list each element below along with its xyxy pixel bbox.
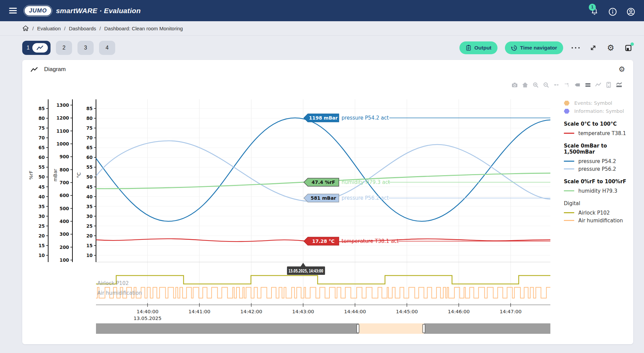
- svg-text:400: 400: [60, 219, 69, 224]
- chart-legend: Events: SymbolInformation: SymbolScale 0…: [564, 99, 633, 224]
- value-badge: 47.4 %rFhumidity H79.3 act: [304, 178, 390, 186]
- legend-series-color-line: [564, 220, 574, 221]
- home-icon[interactable]: [22, 25, 29, 32]
- tab-4[interactable]: 4: [99, 41, 115, 55]
- breadcrumb: / Evaluation / Dashboards / Dashboard: C…: [0, 21, 644, 36]
- breadcrumb-current-dashboard: Dashboard: Clean room Monitoring: [104, 26, 183, 31]
- legend-symbol-row: Information: Symbol: [564, 107, 633, 115]
- range-handle-left[interactable]: [357, 324, 359, 333]
- svg-text:80: 80: [86, 116, 93, 121]
- diagram-card: Diagram ⚙ 101520253035404550556065707580…: [22, 60, 633, 344]
- legend-series-color-line: [564, 161, 574, 162]
- legend-series-item[interactable]: Air humidification: [564, 217, 633, 224]
- legend-series-item[interactable]: temperature T38.1: [564, 129, 633, 137]
- svg-text:%rF: %rF: [28, 170, 34, 180]
- output-button-label: Output: [474, 45, 491, 51]
- svg-text:1300: 1300: [56, 102, 69, 108]
- svg-text:65: 65: [38, 145, 45, 150]
- range-handle-right[interactable]: [423, 324, 425, 333]
- legend-series-item[interactable]: humidity H79.3: [564, 187, 633, 195]
- menu-icon[interactable]: [9, 6, 17, 15]
- series-pressure-p54: [96, 118, 550, 221]
- breadcrumb-dashboards[interactable]: Dashboards: [69, 26, 96, 31]
- legend-series-item[interactable]: pressure P54.2: [564, 157, 633, 165]
- svg-text:pressure P56.2 act: pressure P56.2 act: [342, 195, 389, 201]
- notifications-bell-icon[interactable]: 1: [589, 5, 600, 17]
- clipboard-icon: [465, 44, 472, 51]
- svg-text:1200: 1200: [56, 115, 69, 121]
- svg-text:humidity H79.3 act: humidity H79.3 act: [342, 179, 390, 185]
- history-clock-icon: [511, 45, 517, 51]
- chart-y-axes: 10152025303540455055606570758085%rF10020…: [28, 99, 96, 263]
- svg-text:70: 70: [86, 135, 93, 140]
- svg-text:15: 15: [38, 243, 45, 248]
- dashboard-toolbar: 1 2 3 4 Output: [0, 36, 644, 60]
- legend-series-item[interactable]: Airlock P102: [564, 209, 633, 217]
- svg-text:65: 65: [86, 145, 93, 150]
- more-options-kebab-icon[interactable]: [571, 43, 581, 53]
- svg-text:55: 55: [38, 164, 45, 170]
- tab-3[interactable]: 3: [77, 41, 94, 55]
- time-navigator-button[interactable]: Time navigator: [505, 41, 563, 54]
- svg-text:17.28 °C: 17.28 °C: [312, 238, 334, 244]
- legend-series-label: pressure P56.2: [578, 166, 616, 172]
- tab-1-active[interactable]: 1: [22, 41, 51, 55]
- svg-text:50: 50: [86, 174, 93, 180]
- legend-group-title: Digital: [564, 200, 633, 206]
- svg-text:25: 25: [86, 223, 93, 229]
- user-account-icon[interactable]: [626, 5, 636, 17]
- cursor-value-badges: 1198 mBarpressure P54.2 act47.4 %rFhumid…: [304, 114, 550, 245]
- dashboard-tabs: 1 2 3 4: [22, 41, 115, 55]
- fullscreen-expand-icon[interactable]: [588, 43, 598, 53]
- svg-text:50: 50: [38, 174, 45, 180]
- tab-1-chart-badge: [32, 43, 48, 53]
- svg-text:14:40:00: 14:40:00: [136, 309, 158, 314]
- time-range-selector[interactable]: [96, 323, 550, 334]
- line-chart-icon: [36, 45, 43, 51]
- notification-count-badge: 1: [589, 4, 596, 11]
- svg-text:45: 45: [86, 184, 93, 190]
- value-badge: 581 mBarpressure P56.2 act: [304, 194, 389, 202]
- svg-text:100: 100: [60, 257, 69, 263]
- dashboard-save-icon[interactable]: [623, 43, 633, 53]
- svg-text:45: 45: [38, 184, 45, 190]
- range-track[interactable]: [96, 323, 550, 334]
- svg-text:40: 40: [38, 194, 45, 199]
- legend-group-title: Scale 0%rF to 100%rF: [564, 179, 633, 185]
- legend-series-color-line: [564, 212, 574, 213]
- output-button[interactable]: Output: [459, 41, 497, 54]
- breadcrumb-evaluation[interactable]: Evaluation: [37, 26, 61, 31]
- svg-text:14:42:00: 14:42:00: [240, 309, 262, 314]
- svg-text:80: 80: [38, 116, 45, 121]
- svg-text:temperature T38.1 act: temperature T38.1 act: [342, 238, 399, 244]
- svg-text:500: 500: [60, 206, 69, 211]
- info-icon[interactable]: [608, 5, 618, 17]
- person-icon: [626, 7, 636, 17]
- breadcrumb-separator: /: [64, 26, 65, 31]
- tab-2[interactable]: 2: [56, 41, 72, 55]
- svg-text:75: 75: [38, 125, 45, 131]
- svg-text:15: 15: [86, 243, 93, 248]
- range-selected-window[interactable]: [359, 323, 424, 334]
- svg-text:10: 10: [86, 253, 93, 258]
- legend-series-label: Air humidification: [578, 218, 623, 224]
- svg-text:700: 700: [60, 180, 69, 185]
- app-title: smartWARE · Evaluation: [56, 7, 141, 15]
- diagram-chart[interactable]: 10152025303540455055606570758085%rF10020…: [22, 60, 633, 344]
- svg-text:35: 35: [86, 204, 93, 209]
- legend-series-color-line: [564, 168, 574, 169]
- legend-series-item[interactable]: pressure P56.2: [564, 165, 633, 173]
- svg-text:14:46:00: 14:46:00: [448, 309, 470, 314]
- svg-text:1100: 1100: [56, 128, 69, 134]
- svg-text:85: 85: [86, 106, 93, 111]
- svg-text:600: 600: [60, 193, 69, 198]
- svg-text:30: 30: [38, 214, 45, 219]
- cursor-time-label: 13.05.2025, 14:43:00: [289, 268, 323, 274]
- svg-text:14:43:00: 14:43:00: [292, 309, 314, 314]
- tab-1-label: 1: [27, 45, 30, 51]
- chart-time-axis: 14:40:0013.05.202514:41:0014:42:0014:43:…: [96, 303, 550, 321]
- svg-text:40: 40: [86, 194, 93, 199]
- svg-text:300: 300: [60, 231, 69, 237]
- svg-text:10: 10: [38, 253, 45, 258]
- settings-gear-icon[interactable]: ⚙: [606, 43, 616, 53]
